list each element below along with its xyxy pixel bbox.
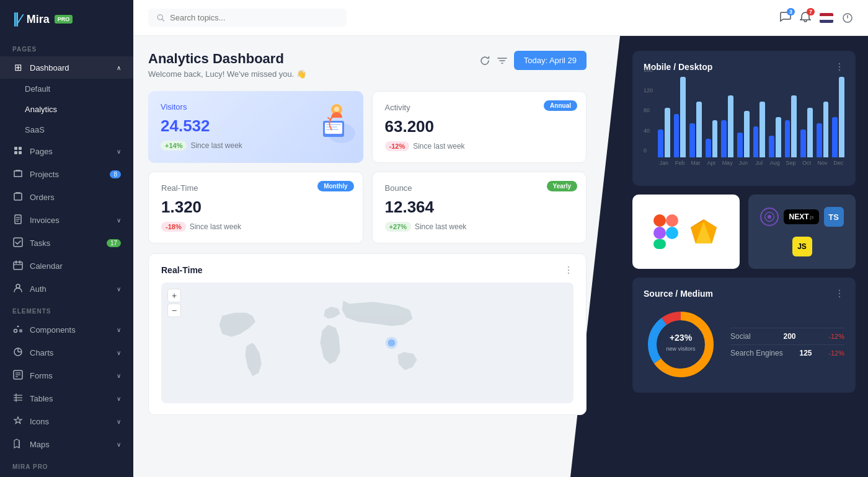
realtime-change: -18% (161, 222, 186, 232)
activity-value: 63.200 (385, 117, 574, 136)
today-button[interactable]: Today: April 29 (514, 51, 587, 70)
nextjs-logo: NEXT .js (784, 209, 818, 224)
sidebar-item-default[interactable]: Default (0, 79, 133, 99)
sidebar-item-analytics[interactable]: Analytics (0, 99, 133, 120)
sidebar-item-maps[interactable]: Maps ∨ (0, 433, 133, 456)
bottom-dark-row: NEXT .js TS JS (632, 195, 856, 269)
sidebar-item-charts[interactable]: Charts ∨ (0, 341, 133, 364)
language-flag[interactable] (820, 13, 833, 23)
svg-point-46 (386, 337, 398, 349)
bounce-footer: +27% Since last week (385, 222, 574, 232)
sidebar-item-auth[interactable]: Auth ∨ (0, 278, 133, 300)
search-input[interactable] (170, 13, 338, 22)
svg-point-43 (568, 269, 569, 271)
tasks-badge: 17 (107, 239, 121, 247)
realtime-footer: -18% Since last week (161, 222, 350, 232)
source-more-icon[interactable] (835, 289, 844, 299)
svg-rect-53 (653, 239, 666, 249)
realtime-map-card: Real-Time + − (148, 253, 587, 415)
source-medium-card: Source / Medium (632, 278, 856, 393)
sidebar: ∥∕ Mira PRO PAGES ⊞ Dashboard ∧ Default … (0, 0, 133, 477)
activity-period: Since last week (413, 142, 464, 151)
bar-sep: Sep (785, 95, 797, 166)
chevron-pages: ∨ (117, 148, 121, 155)
svg-text:+23%: +23% (670, 333, 693, 343)
logo: ∥∕ Mira PRO (0, 0, 133, 38)
charts-icon (12, 347, 24, 359)
search-bar[interactable] (148, 9, 347, 27)
sidebar-label-icons: Icons (30, 417, 49, 426)
sidebar-item-dashboard[interactable]: ⊞ Dashboard ∧ (0, 56, 133, 79)
svg-rect-39 (326, 129, 339, 130)
chevron-components: ∨ (117, 326, 121, 333)
sidebar-item-components[interactable]: Components ∨ (0, 318, 133, 341)
mobile-desktop-card: Mobile / Desktop 160 120 80 40 0 (632, 51, 856, 186)
bar-dec: Dec (832, 77, 844, 166)
sidebar-item-forms[interactable]: Forms ∨ (0, 364, 133, 387)
header-actions: 3 7 (780, 11, 853, 25)
chart-more-icon[interactable] (835, 62, 844, 72)
sidebar-item-projects[interactable]: Projects 8 (0, 163, 133, 186)
pages-section-label: PAGES (0, 38, 133, 56)
svg-rect-10 (14, 262, 22, 269)
y-axis: 160 120 80 40 0 (644, 67, 655, 154)
sidebar-item-saas[interactable]: SaaS (0, 120, 133, 140)
sidebar-label-components: Components (30, 325, 76, 335)
main-content: 3 7 Analytics (133, 0, 868, 477)
svg-rect-1 (19, 147, 22, 150)
sidebar-item-icons[interactable]: Icons ∨ (0, 410, 133, 433)
svg-rect-9 (14, 238, 22, 247)
chevron-maps: ∨ (117, 441, 121, 448)
redux-logo (760, 208, 779, 226)
sidebar-item-orders[interactable]: Orders (0, 186, 133, 209)
zoom-in-button[interactable]: + (167, 289, 181, 302)
sidebar-item-tables[interactable]: Tables ∨ (0, 387, 133, 410)
sidebar-label-pages: Pages (30, 147, 53, 156)
source-rows: Social 200 -12% Search Engines 125 -12% (730, 328, 844, 361)
svg-point-61 (768, 215, 771, 219)
messages-button[interactable]: 3 (780, 11, 791, 25)
page-body: Analytics Dashboard Welcome back, Lucy! … (133, 36, 868, 477)
sidebar-item-pages[interactable]: Pages ∨ (0, 140, 133, 163)
sidebar-label-auth: Auth (30, 284, 46, 294)
zoom-out-button[interactable]: − (167, 304, 181, 317)
svg-point-47 (839, 63, 840, 64)
source-header: Source / Medium (644, 289, 844, 299)
source-row-social: Social 200 -12% (730, 328, 844, 344)
sidebar-item-invoices[interactable]: Invoices ∨ (0, 209, 133, 232)
filter-icon[interactable] (497, 55, 508, 66)
forms-icon (12, 370, 24, 382)
source-content: +23% new visitors Social 200 -12% Search… (644, 307, 844, 382)
visitors-period: Since last week (190, 141, 242, 150)
javascript-logo: JS (792, 237, 812, 256)
svg-rect-4 (14, 193, 22, 200)
bar-apr: Apr (706, 120, 718, 166)
notifications-button[interactable]: 7 (800, 11, 811, 25)
bell-badge: 7 (807, 8, 815, 15)
map-title: Real-Time (161, 265, 203, 275)
map-more-icon[interactable] (564, 265, 574, 275)
svg-point-63 (839, 293, 840, 294)
page-title-group: Analytics Dashboard Welcome back, Lucy! … (148, 51, 306, 79)
sidebar-label-charts: Charts (30, 348, 53, 357)
bounce-change: +27% (385, 222, 411, 232)
power-icon[interactable] (842, 12, 853, 24)
sidebar-label-analytics: Analytics (25, 105, 57, 114)
sidebar-item-calendar[interactable]: Calendar (0, 255, 133, 278)
chevron-forms: ∨ (117, 372, 121, 379)
bar-jul: Jul (753, 102, 766, 166)
realtime-tag: Monthly (317, 181, 353, 191)
chevron-invoices: ∨ (117, 217, 121, 224)
svg-point-41 (334, 107, 339, 112)
bar-oct: Oct (800, 108, 813, 166)
refresh-icon[interactable] (479, 55, 490, 66)
realtime-value: 1.320 (161, 198, 350, 217)
svg-point-42 (568, 266, 569, 268)
sidebar-label-invoices: Invoices (30, 216, 60, 225)
source-row-search: Search Engines 125 -12% (730, 344, 844, 361)
projects-badge: 8 (110, 170, 121, 178)
sidebar-item-tasks[interactable]: Tasks 17 (0, 232, 133, 255)
visitors-change: +14% (161, 141, 187, 151)
bar-jan: Jan (658, 108, 670, 166)
bounce-tag: Yearly (547, 181, 577, 191)
